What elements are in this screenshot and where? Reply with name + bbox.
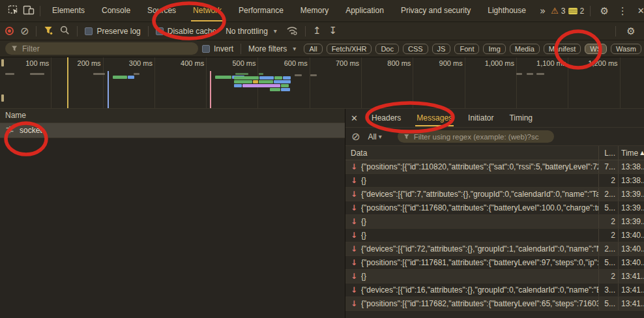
disable-cache-checkbox[interactable] — [156, 27, 164, 35]
panel-tab[interactable]: Elements — [44, 0, 93, 22]
request-type-chip[interactable]: Fetch/XHR — [327, 44, 372, 54]
network-conditions-icon[interactable] — [286, 25, 298, 37]
requests-list: socket — [0, 123, 345, 138]
request-type-chip[interactable]: Img — [483, 44, 505, 54]
received-arrow-icon: ↓ — [351, 231, 357, 239]
message-time: 13:41.. — [618, 297, 644, 310]
divider — [40, 6, 40, 16]
received-arrow-icon: ↓ — [351, 286, 357, 294]
request-type-chip[interactable]: JS — [432, 44, 451, 54]
panel-tab[interactable]: Network — [184, 0, 230, 22]
message-length: 2 — [598, 229, 618, 242]
issues-count[interactable]: 2 — [580, 7, 585, 16]
panel-tab[interactable]: Privacy and security — [392, 0, 479, 22]
invert-checkbox[interactable] — [202, 45, 210, 53]
request-type-chips: AllFetch/XHRDocCSSJSFontImgMediaManifest… — [304, 44, 644, 54]
timeline-tick: 800 ms — [362, 57, 413, 108]
message-length: 5... — [598, 201, 618, 214]
record-network-log-button[interactable] — [5, 27, 14, 35]
kebab-menu-icon[interactable]: ⋮ — [615, 5, 630, 17]
close-detail-icon[interactable]: ✕ — [351, 113, 364, 123]
issues-icon[interactable] — [568, 8, 578, 14]
timeline-tick: 1,100 ms — [517, 57, 568, 108]
detail-tab[interactable]: Headers — [364, 109, 409, 128]
inspect-element-icon[interactable] — [5, 5, 21, 17]
request-type-chip[interactable]: All — [304, 44, 322, 54]
clear-messages-icon[interactable]: ⊘ — [351, 132, 360, 142]
request-type-chip[interactable]: Wasm — [611, 44, 641, 54]
import-har-icon[interactable]: ↥ — [313, 26, 321, 36]
message-time: 13:41.. — [618, 270, 644, 283]
data-column-header[interactable]: Data — [345, 149, 598, 158]
export-har-icon[interactable]: ↧ — [329, 26, 337, 36]
timeline-tick: 1,000 ms — [465, 57, 517, 108]
preserve-log-checkbox[interactable] — [85, 27, 93, 35]
panel-tab[interactable]: Memory — [292, 0, 337, 22]
timeline-tick: 600 ms — [258, 57, 310, 108]
timeline-tick: 400 ms — [155, 57, 207, 108]
timeline-tick: 300 ms — [104, 57, 155, 108]
timeline-tick: 200 ms — [51, 57, 103, 108]
message-length: 2... — [598, 188, 618, 201]
message-time: 13:40.. — [618, 229, 644, 242]
message-time: 13:41.. — [618, 283, 644, 296]
detail-tabbar: ✕ HeadersMessagesInitiatorTiming — [345, 109, 644, 128]
time-column-header[interactable]: Time ▲ — [618, 146, 644, 160]
message-row[interactable]: ↓ {} 2 13:38.. — [345, 174, 644, 188]
name-column-header[interactable]: Name — [0, 109, 345, 123]
message-row[interactable]: ↓ {"devices":[{"id":7,"attributes":{},"g… — [345, 188, 644, 201]
filter-input[interactable]: Filter — [5, 42, 198, 55]
timeline-tick: 1,200 ms — [568, 57, 620, 108]
network-overview-timeline[interactable]: 100 ms200 ms300 ms400 ms500 ms600 ms700 … — [0, 57, 644, 109]
clear-network-log-icon[interactable]: ⊘ — [20, 26, 29, 36]
request-type-chip[interactable]: WS — [585, 44, 607, 54]
panel-tab[interactable]: Application — [337, 0, 392, 22]
message-row[interactable]: ↓ {"positions":[{"id":110820,"attributes… — [345, 160, 644, 174]
message-row[interactable]: ↓ {"devices":[{"id":16,"attributes":{},"… — [345, 283, 644, 297]
request-type-chip[interactable]: CSS — [403, 44, 428, 54]
request-type-chip[interactable]: Media — [510, 44, 540, 54]
search-icon[interactable] — [60, 25, 70, 37]
request-type-chip[interactable]: Font — [454, 44, 479, 54]
received-arrow-icon: ↓ — [351, 300, 357, 308]
request-type-chip[interactable]: Doc — [375, 44, 399, 54]
detail-tab[interactable]: Initiator — [460, 109, 501, 128]
throttling-select[interactable]: No throttling — [226, 27, 268, 36]
message-time: 13:38.. — [618, 160, 644, 173]
panel-tab[interactable]: Lighthouse — [479, 0, 534, 22]
more-tabs-icon[interactable]: » — [534, 5, 551, 17]
message-data: {} — [361, 176, 366, 185]
detail-tab[interactable]: Timing — [501, 109, 540, 128]
message-regex-filter-input[interactable]: Filter using regex (example: (web)?sc — [398, 130, 554, 143]
received-arrow-icon: ↓ — [351, 218, 357, 225]
message-row[interactable]: ↓ {} 2 13:41.. — [345, 270, 644, 283]
filter-funnel-icon[interactable] — [44, 25, 53, 37]
messages-list: ↓ {"positions":[{"id":110820,"attributes… — [345, 160, 644, 311]
messages-table-header: Data L... Time ▲ — [345, 146, 644, 160]
network-settings-gear-icon[interactable]: ⚙ — [623, 25, 639, 37]
timeline-tick: 500 ms — [207, 57, 258, 108]
message-row[interactable]: ↓ {"positions":[{"id":117681,"attributes… — [345, 256, 644, 270]
request-row-socket[interactable]: socket — [0, 123, 345, 138]
panel-tab[interactable]: Sources — [139, 0, 184, 22]
message-data: {"devices":[{"id":7,"attributes":{},"gro… — [361, 190, 598, 199]
more-filters-button[interactable]: More filters — [248, 44, 287, 53]
panel-tab[interactable]: Performance — [230, 0, 292, 22]
request-type-chip[interactable]: Manifest — [544, 44, 581, 54]
toggle-device-toolbar-icon[interactable] — [21, 5, 37, 17]
warning-count[interactable]: 3 — [561, 7, 566, 16]
length-column-header[interactable]: L... — [598, 146, 618, 160]
close-devtools-icon[interactable]: ✕ — [633, 6, 644, 16]
message-data: {"devices":[{"id":16,"attributes":{},"gr… — [361, 285, 598, 295]
warning-icon[interactable]: ⚠ — [551, 6, 559, 16]
received-arrow-icon: ↓ — [351, 190, 357, 198]
message-filter-select[interactable]: All — [368, 132, 376, 141]
message-row[interactable]: ↓ {"devices":[{"id":72,"attributes":{},"… — [345, 242, 644, 256]
panel-tab[interactable]: Console — [93, 0, 139, 22]
message-row[interactable]: ↓ {"positions":[{"id":117680,"attributes… — [345, 201, 644, 215]
detail-tab[interactable]: Messages — [409, 109, 460, 128]
message-row[interactable]: ↓ {} 2 13:40.. — [345, 229, 644, 242]
settings-gear-icon[interactable]: ⚙ — [596, 5, 612, 17]
message-row[interactable]: ↓ {} 2 13:39.. — [345, 215, 644, 229]
message-row[interactable]: ↓ {"positions":[{"id":117682,"attributes… — [345, 297, 644, 311]
